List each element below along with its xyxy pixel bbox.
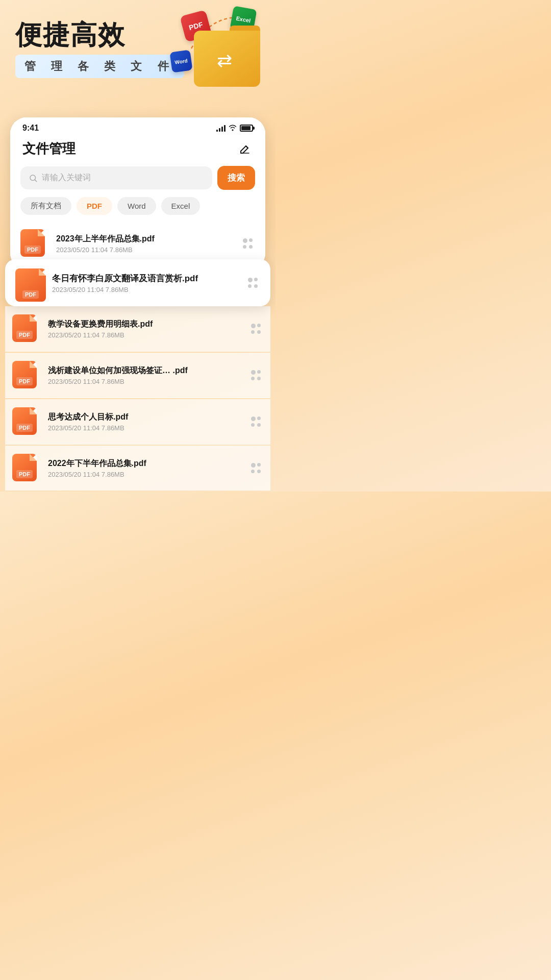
file-name-3: 教学设备更换费用明细表.pdf <box>48 319 242 330</box>
hero-section: 便捷高效 管 理 各 类 文 件 PDF Excel Word ⇄ <box>0 0 276 112</box>
file-info-4: 浅析建设单位如何加强现场签证… .pdf 2023/05/20 11:04 7.… <box>48 365 242 385</box>
pdf-file-icon-5: PDF <box>12 407 41 436</box>
more-options-1[interactable] <box>241 236 255 251</box>
search-icon <box>29 174 38 183</box>
folder-body: ⇄ <box>194 31 260 87</box>
file-meta-4: 2023/05/20 11:04 7.86MB <box>48 378 242 385</box>
pdf-file-icon-6: PDF <box>12 454 41 482</box>
hero-illustration: PDF Excel Word ⇄ <box>173 5 265 87</box>
more-options-highlighted[interactable] <box>246 276 260 290</box>
hero-subtitle: 管 理 各 类 文 件 <box>15 55 184 78</box>
status-icons <box>216 124 253 133</box>
phone-mockup: 9:41 文件管理 <box>10 117 265 270</box>
pdf-file-icon-3: PDF <box>12 314 41 343</box>
tab-excel[interactable]: Excel <box>161 197 201 215</box>
file-meta-6: 2023/05/20 11:04 7.86MB <box>48 471 242 478</box>
battery-icon <box>240 125 253 132</box>
file-item-6[interactable]: PDF 2022年下半年作品总集.pdf 2023/05/20 11:04 7.… <box>5 446 270 491</box>
highlighted-file-meta: 2023/05/20 11:04 7.86MB <box>52 286 238 293</box>
edit-icon[interactable] <box>237 141 253 157</box>
file-item-5[interactable]: PDF 思考达成个人目标.pdf 2023/05/20 11:04 7.86MB <box>5 399 270 445</box>
file-item-4[interactable]: PDF 浅析建设单位如何加强现场签证… .pdf 2023/05/20 11:0… <box>5 353 270 398</box>
search-bar: 请输入关键词 搜索 <box>20 166 255 190</box>
word-badge: Word <box>169 50 192 72</box>
search-placeholder: 请输入关键词 <box>42 173 91 183</box>
pdf-file-icon-4: PDF <box>12 361 41 389</box>
app-header: 文件管理 <box>10 136 265 164</box>
tab-word[interactable]: Word <box>117 197 156 215</box>
highlighted-file-info: 冬日有怀李白原文翻译及语言赏析.pdf 2023/05/20 11:04 7.8… <box>52 273 238 293</box>
file-info-6: 2022年下半年作品总集.pdf 2023/05/20 11:04 7.86MB <box>48 458 242 478</box>
more-options-3[interactable] <box>249 322 263 336</box>
status-time: 9:41 <box>22 124 39 133</box>
status-bar: 9:41 <box>10 117 265 136</box>
file-info-1: 2023年上半年作品总集.pdf 2023/05/20 11:04 7.86MB <box>56 234 234 254</box>
file-name-4: 浅析建设单位如何加强现场签证… .pdf <box>48 365 242 376</box>
tab-pdf[interactable]: PDF <box>77 197 112 215</box>
app-title: 文件管理 <box>22 140 76 158</box>
search-button[interactable]: 搜索 <box>217 166 255 190</box>
more-options-5[interactable] <box>249 414 263 429</box>
file-info-3: 教学设备更换费用明细表.pdf 2023/05/20 11:04 7.86MB <box>48 319 242 339</box>
search-input-wrap[interactable]: 请输入关键词 <box>20 166 212 189</box>
filter-tabs: 所有文档 PDF Word Excel <box>10 197 265 222</box>
more-options-4[interactable] <box>249 368 263 382</box>
file-item-3[interactable]: PDF 教学设备更换费用明细表.pdf 2023/05/20 11:04 7.8… <box>5 306 270 352</box>
folder-arrow-icon: ⇄ <box>217 50 232 71</box>
pdf-file-icon-highlighted: PDF <box>15 268 44 297</box>
file-name-5: 思考达成个人目标.pdf <box>48 412 242 423</box>
more-options-6[interactable] <box>249 461 263 475</box>
file-info-5: 思考达成个人目标.pdf 2023/05/20 11:04 7.86MB <box>48 412 242 432</box>
highlighted-file-name: 冬日有怀李白原文翻译及语言赏析.pdf <box>52 273 238 284</box>
tab-all-docs[interactable]: 所有文档 <box>20 197 71 215</box>
file-name-1: 2023年上半年作品总集.pdf <box>56 234 234 244</box>
file-meta-1: 2023/05/20 11:04 7.86MB <box>56 246 234 254</box>
file-name-6: 2022年下半年作品总集.pdf <box>48 458 242 469</box>
signal-icon <box>216 125 226 132</box>
file-meta-5: 2023/05/20 11:04 7.86MB <box>48 424 242 432</box>
lower-file-list: PDF 教学设备更换费用明细表.pdf 2023/05/20 11:04 7.8… <box>0 306 276 491</box>
file-meta-3: 2023/05/20 11:04 7.86MB <box>48 331 242 339</box>
wifi-icon <box>229 124 237 133</box>
highlighted-file-item[interactable]: PDF 冬日有怀李白原文翻译及语言赏析.pdf 2023/05/20 11:04… <box>5 259 270 306</box>
pdf-file-icon-1: PDF <box>20 229 49 258</box>
